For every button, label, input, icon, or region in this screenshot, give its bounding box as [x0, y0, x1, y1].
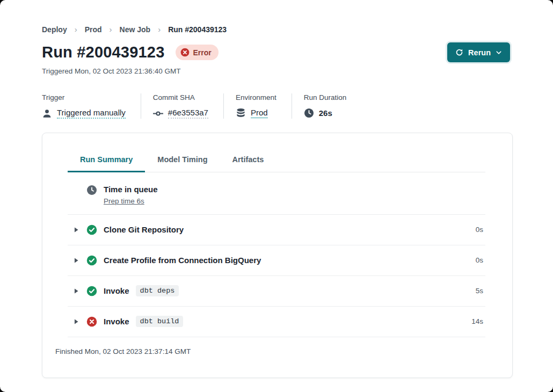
step-duration: 0s: [476, 226, 483, 234]
step-row-create-profile: Create Profile from Connection BigQuery …: [68, 245, 485, 276]
info-duration: Run Duration 26s: [304, 93, 362, 119]
title-row: Run #200439123 Error Rerun: [42, 42, 510, 62]
clock-icon: [304, 108, 314, 118]
tab-artifacts[interactable]: Artifacts: [220, 155, 276, 172]
info-environment-label: Environment: [236, 93, 276, 101]
tab-bar: Run Summary Model Timing Artifacts: [68, 133, 485, 172]
breadcrumb-run: Run #200439123: [168, 25, 227, 34]
error-circle-icon: [86, 316, 97, 327]
environment-value[interactable]: Prod: [251, 108, 268, 118]
triggered-timestamp: Triggered Mon, 02 Oct 2023 21:36:40 GMT: [42, 67, 510, 75]
info-commit-label: Commit SHA: [153, 93, 208, 101]
breadcrumb: Deploy › Prod › New Job › Run #200439123: [42, 25, 510, 34]
chevron-right-icon: ›: [110, 25, 112, 34]
git-commit-icon: [153, 108, 163, 119]
run-info-row: Trigger Triggered manually Commit SHA #6…: [42, 93, 510, 119]
chevron-down-icon: [496, 49, 502, 56]
success-check-icon: [86, 224, 97, 235]
info-duration-label: Run Duration: [304, 93, 347, 101]
step-name: Create Profile from Connection BigQuery: [104, 256, 261, 265]
step-row-dbt-deps: Invoke dbt deps 5s: [68, 276, 485, 307]
step-duration: 5s: [476, 287, 483, 295]
step-row-clone: Clone Git Repository 0s: [68, 215, 485, 245]
info-environment: Environment Prod: [236, 93, 292, 119]
chevron-right-icon: ›: [158, 25, 161, 34]
status-badge-label: Error: [193, 48, 212, 57]
step-row-dbt-build: Invoke dbt build 14s: [68, 307, 485, 337]
queue-clock-icon: [86, 185, 97, 195]
step-command-chip: dbt build: [136, 316, 184, 327]
info-commit: Commit SHA #6e3553a7: [153, 93, 224, 119]
step-duration: 14s: [471, 317, 483, 325]
info-trigger: Trigger Triggered manually: [42, 93, 141, 119]
trigger-value[interactable]: Triggered manually: [57, 108, 126, 119]
breadcrumb-prod[interactable]: Prod: [85, 25, 102, 34]
breadcrumb-deploy[interactable]: Deploy: [42, 25, 67, 34]
expand-caret-icon[interactable]: [72, 226, 80, 234]
tab-model-timing[interactable]: Model Timing: [145, 155, 220, 172]
rerun-button-label: Rerun: [468, 48, 491, 57]
finished-timestamp: Finished Mon, 02 Oct 2023 21:37:14 GMT: [42, 337, 512, 355]
run-summary-card: Run Summary Model Timing Artifacts Time …: [42, 133, 513, 378]
success-check-icon: [86, 286, 97, 296]
duration-value: 26s: [319, 108, 332, 118]
time-in-queue-row: Time in queue Prep time 6s: [68, 172, 485, 215]
page-title: Run #200439123: [42, 43, 165, 61]
step-command-chip: dbt deps: [136, 285, 179, 296]
database-icon: [236, 108, 246, 118]
step-name: Clone Git Repository: [104, 225, 184, 234]
prep-time-link[interactable]: Prep time 6s: [104, 197, 158, 205]
breadcrumb-new-job[interactable]: New Job: [120, 25, 151, 34]
expand-caret-icon[interactable]: [72, 287, 80, 295]
error-circle-icon: [180, 48, 190, 57]
commit-sha-value[interactable]: #6e3553a7: [168, 108, 208, 119]
status-badge: Error: [176, 45, 219, 60]
queue-title: Time in queue: [104, 185, 158, 194]
expand-caret-icon[interactable]: [72, 318, 80, 325]
run-detail-page: Deploy › Prod › New Job › Run #200439123…: [0, 0, 553, 392]
tab-run-summary[interactable]: Run Summary: [68, 155, 145, 172]
person-icon: [42, 108, 52, 119]
refresh-icon: [455, 48, 463, 56]
step-duration: 0s: [476, 256, 483, 264]
step-name: Invoke: [104, 286, 129, 295]
rerun-button[interactable]: Rerun: [447, 42, 510, 62]
success-check-icon: [86, 255, 97, 266]
expand-caret-icon[interactable]: [72, 257, 80, 264]
chevron-right-icon: ›: [75, 25, 77, 34]
step-name: Invoke: [104, 317, 129, 326]
info-trigger-label: Trigger: [42, 93, 126, 101]
